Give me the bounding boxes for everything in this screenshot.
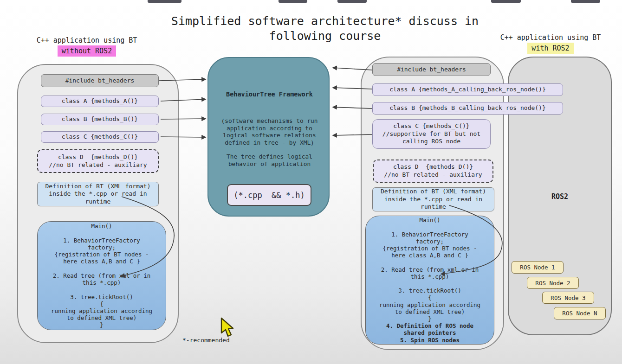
framework-description: (software mechanisms to run application …	[213, 117, 326, 146]
framework-files-box: (*.cpp && *.h)	[227, 184, 311, 206]
right-class-b-box: class B {methods_B_calling_back_ros_node…	[372, 102, 563, 115]
left-main-box: Main() 1. BehaviorTreeFactory factory; {…	[37, 221, 166, 330]
video-edge-artifact	[148, 0, 181, 3]
page-title-line1: Simplified software architecture* discus…	[153, 14, 497, 29]
left-class-c-box: class C {methods_C()}	[41, 131, 159, 143]
left-class-b-box: class B {methods_B()}	[41, 114, 159, 125]
ros2-label: ROS2	[532, 192, 588, 201]
ros-node-3: ROS Node 3	[542, 292, 594, 304]
page-title-line2: following course	[153, 29, 497, 44]
left-class-d-box: class D {methods_D()} //no BT related - …	[37, 149, 159, 173]
right-app-header: C++ application using BT with ROS2	[490, 32, 611, 54]
right-class-a-box: class A {methods_A_calling_back_ros_node…	[372, 83, 563, 96]
right-include-box: #include bt_headers	[372, 63, 491, 76]
right-main-bold-text: 4. Definition of ROS node shared pointer…	[379, 322, 480, 344]
video-edge-artifact	[337, 0, 367, 3]
ros-node-1: ROS Node 1	[512, 261, 564, 274]
without-ros2-highlight: without ROS2	[58, 45, 116, 57]
left-include-box: #include bt_headers	[41, 74, 159, 87]
behaviourtree-framework-box: BehaviourTree Framework (software mechan…	[207, 57, 330, 217]
left-app-header: C++ application using BT without ROS2	[26, 35, 147, 57]
video-edge-artifact	[571, 0, 600, 3]
video-edge-artifact	[491, 0, 521, 3]
right-class-d-box: class D {methods_D()} //no BT related - …	[373, 160, 493, 183]
left-bt-definition-box: Definition of BT (XML format) inside the…	[37, 182, 159, 206]
left-class-a-box: class A {methods_A()}	[41, 96, 159, 107]
right-class-c-box: class C {methods_C()} //supportive for B…	[372, 119, 491, 149]
right-main-box: Main() 1. BehaviorTreeFactory factory; {…	[365, 216, 494, 345]
architecture-slide: Simplified software architecture* discus…	[0, 0, 622, 364]
right-app-header-text: C++ application using BT	[490, 32, 611, 43]
right-bt-definition-box: Definition of BT (XML format) inside the…	[372, 187, 494, 211]
ros-node-2: ROS Node 2	[527, 277, 579, 289]
framework-description2: The tree defines logical behavior of app…	[213, 153, 326, 167]
page-title: Simplified software architecture* discus…	[153, 14, 497, 44]
ros-node-n: ROS Node N	[554, 307, 606, 319]
right-main-text: Main() 1. BehaviorTreeFactory factory; {…	[379, 217, 480, 322]
mouse-cursor	[220, 317, 236, 338]
left-app-header-text: C++ application using BT	[26, 35, 147, 45]
framework-title: BehaviourTree Framework	[213, 90, 326, 98]
video-edge-artifact	[279, 0, 307, 3]
with-ros2-highlight: with ROS2	[527, 43, 573, 54]
